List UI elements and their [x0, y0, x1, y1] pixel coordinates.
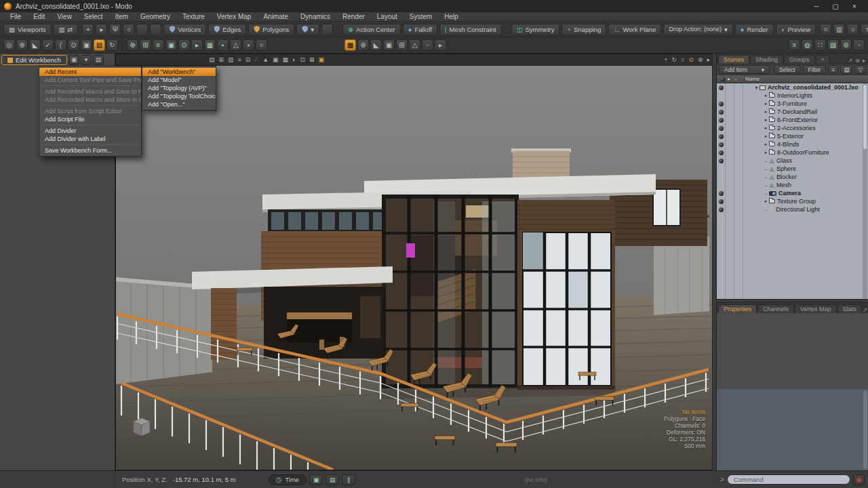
workplane-more-icon[interactable]: ▸: [435, 39, 446, 51]
rotate-tool-icon[interactable]: ◣: [29, 39, 41, 51]
menu-item-add-recent[interactable]: Add Recent: [39, 68, 141, 76]
menu-item-add-current-tool-pipe[interactable]: Add Current Tool Pipe and Save Preset: [39, 76, 141, 84]
menu-view[interactable]: View: [51, 13, 78, 20]
eye-icon[interactable]: [717, 197, 725, 205]
panel-popout-icon[interactable]: ↗: [848, 58, 853, 64]
tree-item-mesh[interactable]: – Blocker: [717, 173, 868, 181]
vp-frame-icon[interactable]: ▣: [273, 56, 279, 63]
eye-icon[interactable]: [717, 83, 725, 92]
vp-more-icon[interactable]: ▸: [707, 56, 710, 63]
search-icon[interactable]: ○: [847, 24, 859, 35]
vp-quad-icon[interactable]: ⊞: [219, 56, 224, 63]
tree-scrollbar[interactable]: [863, 83, 867, 299]
tree-item-group[interactable]: ▸ 6-FrontExterior: [717, 116, 868, 124]
menu-help[interactable]: Help: [438, 13, 465, 20]
workplane-lock-icon[interactable]: ▩: [344, 39, 356, 51]
menu-system[interactable]: System: [403, 13, 438, 20]
menu-edit[interactable]: Edit: [27, 13, 51, 20]
workplane-rotate-icon[interactable]: ◣: [370, 39, 382, 51]
image-view-icon[interactable]: ▨: [827, 39, 839, 51]
snap-box-icon[interactable]: ▦: [204, 39, 216, 51]
menu-item-add-macro-config[interactable]: Add Recorded Macro and Store in Config: [39, 96, 141, 104]
snapping-button[interactable]: + Snapping: [561, 24, 606, 35]
work-plane-button[interactable]: ∟ Work Plane: [608, 24, 661, 35]
item-list-icon[interactable]: ≡: [789, 39, 800, 51]
pause-icon[interactable]: ∥: [342, 474, 355, 485]
expander-icon[interactable]: ▸: [763, 142, 769, 147]
workbench-grid-icon[interactable]: ▤: [93, 55, 104, 65]
vp-pan-icon[interactable]: +: [664, 56, 667, 63]
apply-tool-icon[interactable]: ✓: [42, 39, 54, 51]
snap-search-icon[interactable]: ○: [256, 39, 267, 51]
workplane-home-icon[interactable]: △: [409, 39, 420, 51]
tab-properties[interactable]: Properties: [718, 304, 757, 313]
tab-groups[interactable]: Groups: [784, 55, 815, 64]
expander-icon[interactable]: ▸: [763, 150, 769, 155]
expander-icon[interactable]: ▸: [763, 93, 769, 98]
snap-pivot-icon[interactable]: ⊙: [178, 39, 190, 51]
polygons-mode-button[interactable]: Polygons: [248, 24, 294, 35]
drop-action-dropdown[interactable]: Drop Action: (none) ▾: [663, 24, 732, 35]
workplane-align-icon[interactable]: ▣: [383, 39, 395, 51]
kits-button[interactable]: ‰ Kits: [861, 24, 868, 35]
refresh-tool-icon[interactable]: ↻: [106, 39, 118, 51]
layers-icon[interactable]: ▣: [309, 474, 323, 485]
tree-item-mesh[interactable]: – Glass: [717, 157, 868, 165]
properties-scrollbar[interactable]: [863, 390, 867, 469]
list-options-icon[interactable]: ≡: [828, 65, 838, 74]
menu-texture[interactable]: Texture: [176, 13, 211, 20]
record-button[interactable]: ◉: [853, 474, 865, 485]
vp-list-icon[interactable]: ≡: [238, 56, 241, 63]
menu-render[interactable]: Render: [336, 13, 371, 20]
submenu-add-workbench[interactable]: Add "Workbench": [142, 68, 216, 76]
refresh-view-icon[interactable]: ⊛: [840, 39, 852, 51]
snap-vertex-icon[interactable]: ⊞: [140, 39, 151, 51]
menu-file[interactable]: File: [4, 13, 27, 20]
workbench-pane-icon[interactable]: ▣: [68, 55, 79, 65]
viewport-canvas[interactable]: No Items Polygons : Face Channels: 0 Def…: [116, 66, 716, 470]
add-item-dropdown[interactable]: Add Item▾: [719, 65, 770, 74]
tab-channels[interactable]: Channels: [757, 304, 794, 313]
menu-item-add-script-file[interactable]: Add Script File: [39, 115, 141, 123]
tree-item-scene-root[interactable]: ▼ Archviz_consolidated_0001.lxo: [717, 83, 868, 92]
item-mode-icon[interactable]: Ψ: [109, 24, 121, 35]
tree-item-mesh[interactable]: – Mesh: [717, 181, 868, 189]
eye-icon[interactable]: [717, 108, 725, 116]
workplane-reset-icon[interactable]: ▫: [422, 39, 433, 51]
active-tool-icon[interactable]: ▧: [94, 39, 105, 51]
menu-item-add-divider-label[interactable]: Add Divider with Label: [39, 135, 141, 143]
expander-icon[interactable]: ▸: [763, 134, 769, 139]
vp-box2-icon[interactable]: ⊠: [309, 56, 315, 63]
expander-icon[interactable]: ▸: [763, 117, 769, 123]
menu-dynamics[interactable]: Dynamics: [294, 13, 336, 20]
list-view-icon[interactable]: ▤: [840, 65, 852, 74]
vertices-mode-button[interactable]: Vertices: [163, 24, 206, 35]
viewport-3d[interactable]: ▤ ⊞ ▥ ≡ ⊟ ∴ ▲ ▣ ▦ ◐ ⊡ ⊠ ▣ + ↻ ○ ⊙ ⊛ ▸: [115, 54, 717, 470]
stamp-tool-icon[interactable]: ▣: [81, 39, 92, 51]
vp-grid-icon[interactable]: ▦: [283, 56, 289, 63]
workplane-move-icon[interactable]: ⊕: [357, 39, 369, 51]
eye-icon[interactable]: [717, 189, 725, 197]
vp-camera-view-icon[interactable]: ▣: [319, 56, 325, 63]
menu-geometry[interactable]: Geometry: [134, 13, 176, 20]
expander-icon[interactable]: ▸: [763, 109, 769, 115]
vp-box1-icon[interactable]: ⊡: [300, 56, 306, 63]
select-cursor-icon[interactable]: ▸: [96, 24, 107, 35]
vp-gear-icon[interactable]: ⊛: [698, 56, 703, 63]
viewports-button[interactable]: ▤ Viewports: [3, 24, 52, 35]
eye-icon[interactable]: [717, 148, 725, 157]
layout-panes-button[interactable]: ▥ ⇄: [54, 24, 79, 35]
funnel-icon[interactable]: ▽: [854, 65, 866, 74]
vp-minus-icon[interactable]: ⊟: [245, 56, 251, 63]
edit-workbench-button[interactable]: Edit Workbench: [1, 55, 67, 65]
panel-gear-icon[interactable]: ⊛: [855, 58, 860, 64]
eye-icon[interactable]: [717, 157, 725, 165]
menu-animate[interactable]: Animate: [257, 13, 294, 20]
tab-scenes[interactable]: Scenes: [718, 55, 749, 64]
minimize-button[interactable]: ─: [807, 3, 826, 10]
tab-add[interactable]: +: [816, 55, 830, 64]
symmetry-button[interactable]: ◫ Symmetry: [511, 24, 560, 35]
expander-icon[interactable]: ▸: [763, 199, 769, 204]
tree-item-group[interactable]: ▸ 2-Accessories: [717, 124, 868, 132]
edges-mode-button[interactable]: Edges: [208, 24, 246, 35]
